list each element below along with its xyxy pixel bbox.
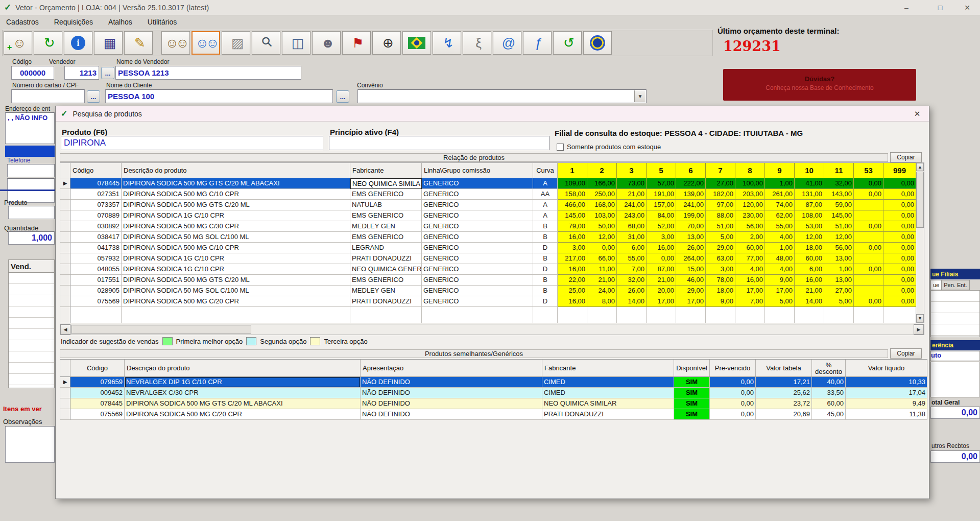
somente-estoque-checkbox[interactable] bbox=[557, 144, 564, 151]
vendedor-browse-button[interactable]: ... bbox=[101, 67, 114, 79]
copiar-button-bottom[interactable]: Copiar bbox=[890, 348, 922, 359]
table-row[interactable]: 030892DIPIRONA SODICA 500 MG C/30 CPRMED… bbox=[60, 221, 916, 232]
client-search-button[interactable]: ☺☺ bbox=[192, 31, 220, 55]
tab-pen-ent[interactable]: Pen. Ent. bbox=[942, 280, 969, 290]
edit-button[interactable]: ✎ bbox=[124, 31, 153, 55]
principio-ativo-input[interactable] bbox=[329, 136, 549, 150]
sync-button[interactable]: ↺ bbox=[553, 31, 582, 55]
table-row[interactable]: 070889DIPIRONA SODICA 1G C/10 CPREMS GEN… bbox=[60, 210, 916, 221]
scroll-up-icon[interactable]: ▲ bbox=[916, 163, 924, 171]
relacao-section-bar: Relação de produtos bbox=[60, 153, 888, 162]
web-store-button[interactable]: ⊕ bbox=[372, 31, 401, 55]
table-row[interactable]: 041738DIPIRONA SODICA 500 MG C/10 CPRLEG… bbox=[60, 243, 916, 253]
convenio-combobox[interactable]: ▼ bbox=[357, 89, 647, 103]
empty-cell bbox=[676, 307, 706, 323]
nome-vendedor-field[interactable]: PESSOA 1213 bbox=[115, 66, 301, 80]
cell-price: 264,00 bbox=[676, 253, 706, 264]
vend-empty-row bbox=[9, 306, 54, 318]
close-button[interactable]: ✕ bbox=[957, 0, 977, 15]
endereco-field[interactable]: , , NÃO INFO bbox=[5, 112, 55, 144]
search-button[interactable]: ⚲ bbox=[252, 31, 280, 55]
telefone-field[interactable] bbox=[7, 164, 55, 177]
lightning-button[interactable]: ↯ bbox=[433, 31, 461, 55]
table-row[interactable]: 073357DIPIRONA SODICA 500 MG GTS C/20 ML… bbox=[60, 200, 916, 210]
observacoes-textarea[interactable] bbox=[5, 426, 55, 463]
menu-atalhos[interactable]: Atalhos bbox=[108, 18, 132, 26]
refresh-button[interactable]: ↻ bbox=[34, 31, 62, 55]
client-search-icon: ☺☺ bbox=[195, 36, 216, 50]
convenio-label: Convênio bbox=[357, 82, 383, 89]
delivery-button[interactable]: ⚑ bbox=[342, 31, 371, 55]
table-row[interactable]: 057932DIPIRONA SODICA 1G C/10 CPRPRATI D… bbox=[60, 253, 916, 264]
row-marker bbox=[60, 243, 70, 253]
cell-price: 0,00 bbox=[854, 264, 883, 275]
info-icon: i bbox=[71, 36, 85, 50]
integration-button[interactable]: ξ bbox=[463, 31, 491, 55]
tab-estoque[interactable]: ue bbox=[930, 280, 942, 290]
cartao-field[interactable] bbox=[11, 89, 85, 103]
quantidade-field[interactable]: 1,000 bbox=[8, 231, 55, 245]
table-row[interactable]: 075569DIPIRONA SODICA 500 MG C/20 CPRNÃO… bbox=[60, 409, 927, 420]
cell-price: 217,00 bbox=[558, 253, 587, 264]
catalog-book-button[interactable]: ◫ bbox=[282, 31, 310, 55]
save-icon: ▦ bbox=[104, 36, 113, 50]
empty-cell bbox=[854, 307, 883, 323]
maximize-button[interactable]: □ bbox=[930, 0, 950, 15]
cell-price: 88,00 bbox=[706, 210, 735, 221]
menu-cadastros[interactable]: Cadastros bbox=[6, 18, 39, 26]
col-header-price-5: 5 bbox=[647, 163, 676, 178]
table-row[interactable]: ▶079659NEVRALGEX DIP 1G C/10 CPRNÃO DEFI… bbox=[60, 377, 927, 388]
cliente-browse-button[interactable]: ... bbox=[336, 90, 349, 103]
add-client-button[interactable]: ☺+ bbox=[4, 31, 32, 55]
hscroll-thumb[interactable] bbox=[71, 325, 251, 334]
cell-fabricante: MEDLEY GEN bbox=[350, 286, 422, 296]
vscroll-thumb[interactable] bbox=[916, 172, 924, 228]
copiar-button-top[interactable]: Copiar bbox=[890, 152, 922, 162]
menu-utilitarios[interactable]: Utilitários bbox=[148, 18, 177, 26]
table-row[interactable]: 078445DIPIRONA SODICA 500 MG GTS C/20 ML… bbox=[60, 398, 927, 409]
row-marker bbox=[60, 232, 70, 243]
relacao-hscrollbar[interactable]: ◀ ▶ bbox=[60, 324, 924, 335]
cell-curva: D bbox=[533, 264, 558, 275]
formula-button[interactable]: ƒ bbox=[523, 31, 552, 55]
scroll-down-icon[interactable]: ▼ bbox=[916, 314, 924, 322]
cell-codigo: 028905 bbox=[70, 286, 122, 296]
table-row[interactable]: ▶078445DIPIRONA SODICA 500 MG GTS C/20 M… bbox=[60, 178, 916, 189]
table-row[interactable]: 009452NEVRALGEX C/30 CPRNÃO DEFINIDOCIME… bbox=[60, 388, 927, 398]
dialog-close-icon[interactable]: ✕ bbox=[911, 109, 924, 119]
table-row[interactable]: 027351DIPIRONA SODICA 500 MG C/10 CPREMS… bbox=[60, 189, 916, 200]
col-header-2: Descrição do produto bbox=[125, 360, 361, 377]
produto-sidebar-field[interactable] bbox=[8, 206, 55, 219]
copy-document-button[interactable]: ▨ bbox=[222, 31, 250, 55]
produto-search-input[interactable]: DIPIRONA bbox=[61, 136, 323, 150]
dialog-titlebar[interactable]: ✓ Pesquisa de produtos ✕ bbox=[56, 106, 929, 122]
bb-logo-button[interactable] bbox=[583, 31, 612, 55]
customer-button[interactable]: ☻ bbox=[312, 31, 341, 55]
table-row[interactable]: 048055DIPIRONA SODICA 1G C/10 CPRNEO QUI… bbox=[60, 264, 916, 275]
cartao-browse-button[interactable]: ... bbox=[87, 90, 100, 103]
row-marker bbox=[60, 409, 70, 420]
knowledge-base-banner[interactable]: Dúvidas? Conheça nossa Base de Conhecime… bbox=[723, 69, 916, 101]
brazil-flag-button[interactable] bbox=[402, 31, 431, 55]
codigo-field[interactable]: 000000 bbox=[11, 66, 54, 80]
chevron-down-icon[interactable]: ▼ bbox=[634, 90, 646, 102]
cell-price: 0,00 bbox=[883, 178, 916, 189]
table-row[interactable]: 028905DIPIRONA SODICA 50 MG SOL C/100 ML… bbox=[60, 286, 916, 296]
cell-price: 87,00 bbox=[647, 264, 676, 275]
clients-button[interactable]: ☺☺ bbox=[161, 31, 190, 55]
minimize-button[interactable]: – bbox=[896, 0, 917, 15]
nome-cliente-field[interactable]: PESSOA 100 bbox=[105, 89, 333, 103]
menu-requisicoes[interactable]: Requisições bbox=[54, 18, 93, 26]
cell-price: 18,00 bbox=[706, 286, 735, 296]
table-row[interactable]: 038417DIPIRONA SODICA 50 MG SOL C/100 ML… bbox=[60, 232, 916, 243]
info-button[interactable]: i bbox=[64, 31, 92, 55]
table-row[interactable]: 075569DIPIRONA SODICA 500 MG C/20 CPRPRA… bbox=[60, 296, 916, 307]
web-button[interactable]: @ bbox=[493, 31, 521, 55]
vendedor-field[interactable]: 1213 bbox=[64, 66, 99, 80]
cell-valor-tabela: 25,62 bbox=[756, 388, 812, 398]
scroll-left-icon[interactable]: ◀ bbox=[60, 324, 70, 335]
scroll-right-icon[interactable]: ▶ bbox=[914, 324, 924, 335]
relacao-vscrollbar[interactable]: ▲ ▼ bbox=[916, 162, 924, 323]
table-row[interactable]: 017551DIPIRONA SODICA 500 MG GTS C/20 ML… bbox=[60, 275, 916, 286]
save-button[interactable]: ▦ bbox=[94, 31, 123, 55]
